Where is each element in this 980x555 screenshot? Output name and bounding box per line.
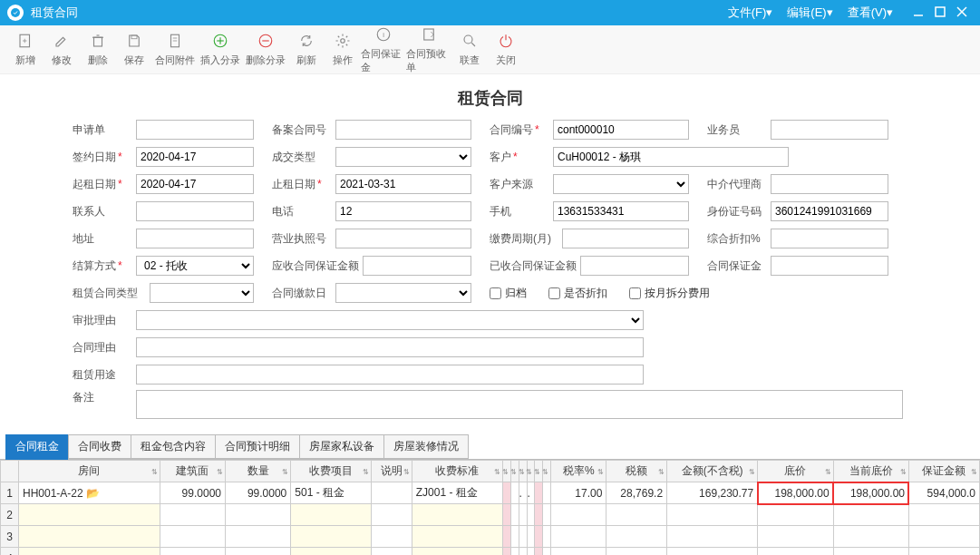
label-sign-date: 签约日期 (73, 150, 136, 165)
col-std[interactable]: 收费标准⇅ (412, 461, 502, 482)
insert-entry-btn[interactable]: 插入分录 (198, 28, 243, 71)
col-item[interactable]: 收费项目⇅ (291, 461, 372, 482)
label-contract-reason: 合同理由 (73, 340, 136, 355)
col-guar[interactable]: 保证金额⇅ (908, 461, 979, 482)
cell-guar[interactable]: 594,000.0 (908, 482, 979, 504)
minimize-button[interactable] (907, 5, 929, 21)
cell-base[interactable]: 198,000.00 (758, 482, 833, 504)
col-tiny6[interactable]: ⇅ (543, 461, 551, 482)
form: 申请单 备案合同号 合同编号 业务员 签约日期 成交类型 客户 起租日期 止租日… (0, 118, 980, 433)
linkquery-btn[interactable]: 联查 (451, 28, 488, 71)
col-qty[interactable]: 数量⇅ (226, 461, 291, 482)
cell-tax[interactable]: 28,769.2 (606, 482, 667, 504)
biz-lic-input[interactable] (335, 229, 471, 248)
delete-btn[interactable]: 删除 (80, 28, 116, 71)
menu-edit[interactable]: 编辑(E)▾ (787, 5, 832, 21)
tab-decor[interactable]: 房屋装修情况 (383, 434, 469, 460)
col-amt[interactable]: 金额(不含税)⇅ (667, 461, 758, 482)
label-recv-deposit: 应收合同保证金额 (272, 258, 363, 274)
agent-input[interactable] (771, 174, 888, 194)
cust-src-select[interactable] (553, 174, 689, 194)
phone-input[interactable] (335, 201, 471, 221)
paid-deposit-input[interactable] (580, 256, 689, 276)
deposit-btn[interactable]: i合同保证金 (361, 22, 406, 78)
cell-amt[interactable]: 169,230.77 (667, 482, 758, 504)
tabs: 合同租金 合同收费 租金包含内容 合同预计明细 房屋家私设备 房屋装修情况 (0, 433, 980, 460)
customer-input[interactable] (553, 147, 789, 167)
tab-include[interactable]: 租金包含内容 (131, 434, 216, 460)
data-grid[interactable]: 房间⇅ 建筑面⇅ 数量⇅ 收费项目⇅ 说明⇅ 收费标准⇅ ⇅ ⇅ ⇅ ⇅ ⇅ ⇅… (0, 460, 980, 555)
toolbar: 新增 修改 删除 保存 合同附件 插入分录 删除分录 刷新 操作 i合同保证金 … (0, 25, 980, 74)
modify-btn[interactable]: 修改 (44, 28, 80, 71)
split-month-checkbox[interactable]: 按月拆分费用 (629, 286, 710, 301)
sign-date-input[interactable] (136, 147, 254, 167)
save-btn[interactable]: 保存 (116, 28, 152, 71)
contract-no-input[interactable] (553, 120, 689, 140)
cell-area[interactable]: 99.0000 (160, 482, 225, 504)
fee-date-select[interactable] (335, 283, 471, 303)
contact-input[interactable] (136, 201, 254, 221)
svg-rect-8 (94, 37, 102, 46)
window-title: 租赁合同 (31, 5, 78, 21)
address-input[interactable] (136, 229, 254, 248)
refresh-btn[interactable]: 刷新 (288, 28, 325, 71)
menu-view[interactable]: 查看(V)▾ (848, 5, 893, 21)
tab-detail[interactable]: 合同预计明细 (215, 434, 300, 460)
deal-type-select[interactable] (335, 147, 471, 167)
folder-icon[interactable]: 📂 (86, 487, 100, 500)
is-discount-checkbox[interactable]: 是否折扣 (548, 286, 607, 301)
maximize-button[interactable] (929, 5, 951, 21)
titlebar: 租赁合同 文件(F)▾ 编辑(E)▾ 查看(V)▾ (0, 0, 980, 25)
table-row[interactable]: 3 (1, 526, 980, 548)
menu-file[interactable]: 文件(F)▾ (728, 5, 773, 21)
close-btn[interactable]: 关闭 (488, 28, 524, 71)
mobile-input[interactable] (553, 201, 689, 221)
apply-input[interactable] (136, 120, 254, 140)
contract-reason-input[interactable] (136, 337, 644, 357)
cell-room[interactable]: HH001-A-22 📂 (19, 482, 160, 504)
discount-input[interactable] (771, 229, 888, 248)
archive-checkbox[interactable]: 归档 (490, 286, 527, 301)
tab-rent[interactable]: 合同租金 (5, 434, 69, 460)
record-no-input[interactable] (335, 120, 471, 140)
ops-btn[interactable]: 操作 (325, 28, 361, 71)
start-date-input[interactable] (136, 174, 254, 194)
table-row[interactable]: 4 (1, 548, 980, 556)
cell-note[interactable] (372, 482, 412, 504)
col-rate[interactable]: 税率%⇅ (551, 461, 606, 482)
label-address: 地址 (73, 231, 136, 247)
settle-select[interactable]: 02 - 托收 (136, 256, 254, 276)
table-row[interactable]: 2 (1, 504, 980, 526)
new-btn[interactable]: 新增 (7, 28, 44, 71)
cell-item[interactable]: 501 - 租金 (291, 482, 372, 504)
deposit-input[interactable] (771, 256, 888, 276)
col-area[interactable]: 建筑面⇅ (160, 461, 225, 482)
approve-reason-select[interactable] (136, 310, 644, 330)
col-tax[interactable]: 税额⇅ (606, 461, 667, 482)
col-rownum[interactable] (1, 461, 19, 482)
tab-furniture[interactable]: 房屋家私设备 (299, 434, 384, 460)
attach-btn[interactable]: 合同附件 (152, 28, 198, 71)
sales-input[interactable] (771, 120, 888, 140)
lease-type-select[interactable] (150, 283, 254, 303)
grid-header-row: 房间⇅ 建筑面⇅ 数量⇅ 收费项目⇅ 说明⇅ 收费标准⇅ ⇅ ⇅ ⇅ ⇅ ⇅ ⇅… (1, 461, 980, 482)
table-row[interactable]: 1HH001-A-22 📂99.000099.0000501 - 租金ZJ001… (1, 482, 980, 504)
col-note[interactable]: 说明⇅ (372, 461, 412, 482)
col-base[interactable]: 底价⇅ (758, 461, 833, 482)
fee-cycle-input[interactable] (562, 229, 689, 248)
cell-curbase[interactable]: 198,000.00 (833, 482, 908, 504)
col-curbase[interactable]: 当前底价⇅ (833, 461, 908, 482)
cell-rate[interactable]: 17.00 (551, 482, 606, 504)
prepay-btn[interactable]: 合同预收单 (406, 22, 451, 78)
lease-use-input[interactable] (136, 365, 644, 385)
close-window-button[interactable] (951, 5, 973, 21)
cell-qty[interactable]: 99.0000 (226, 482, 291, 504)
end-date-input[interactable] (335, 174, 471, 194)
cell-std[interactable]: ZJ001 - 租金 (412, 482, 502, 504)
tab-fee[interactable]: 合同收费 (68, 434, 131, 460)
delete-entry-btn[interactable]: 删除分录 (243, 28, 288, 71)
col-room[interactable]: 房间⇅ (19, 461, 160, 482)
recv-deposit-input[interactable] (363, 256, 471, 276)
idno-input[interactable] (771, 201, 888, 221)
remark-textarea[interactable] (136, 390, 903, 419)
